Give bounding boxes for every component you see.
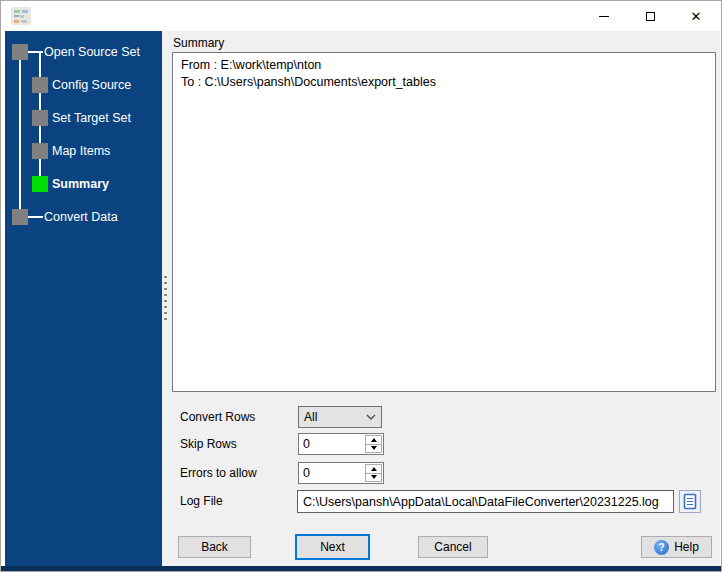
arrow-up-icon	[371, 467, 377, 471]
wizard-window: ✕ Open Source Set Config Source Set Targ…	[0, 0, 722, 572]
step-square	[32, 110, 48, 126]
arrow-down-icon	[371, 475, 377, 479]
sidebar-splitter[interactable]	[162, 31, 169, 567]
close-button[interactable]: ✕	[673, 1, 719, 31]
step-label: Convert Data	[44, 210, 118, 224]
summary-from-line: From : E:\work\temp\nton	[181, 57, 707, 74]
window-controls: ✕	[581, 1, 719, 31]
spin-down-button[interactable]	[365, 445, 382, 454]
back-button-label: Back	[201, 540, 228, 554]
log-file-input[interactable]	[297, 490, 674, 513]
convert-rows-label: Convert Rows	[180, 410, 255, 424]
maximize-icon	[646, 12, 655, 21]
spin-down-button[interactable]	[365, 474, 382, 483]
skip-rows-spin-buttons	[365, 435, 382, 453]
spin-up-button[interactable]	[365, 435, 382, 445]
title-bar: ✕	[1, 1, 721, 31]
step-label: Summary	[52, 177, 109, 191]
convert-rows-select[interactable]: All	[298, 406, 382, 428]
minimize-icon	[599, 16, 609, 17]
summary-panel: Summary From : E:\work\temp\nton To : C:…	[169, 31, 720, 567]
help-button-label: Help	[674, 540, 699, 554]
step-square	[32, 143, 48, 159]
skip-rows-spinner	[298, 433, 384, 455]
errors-to-allow-input[interactable]	[299, 463, 363, 483]
summary-textbox[interactable]: From : E:\work\temp\nton To : C:\Users\p…	[172, 52, 716, 392]
skip-rows-label: Skip Rows	[180, 437, 237, 451]
step-square	[12, 44, 28, 60]
skip-rows-input[interactable]	[299, 434, 363, 454]
errors-to-allow-label: Errors to allow	[180, 466, 257, 480]
back-button[interactable]: Back	[178, 536, 251, 558]
tree-line-main	[19, 52, 21, 217]
window-bottom-border	[1, 566, 721, 571]
log-file-label: Log File	[180, 494, 223, 508]
arrow-up-icon	[371, 438, 377, 442]
errors-to-allow-spinner	[298, 462, 384, 484]
help-icon: ?	[654, 540, 669, 555]
help-button[interactable]: ? Help	[641, 536, 712, 558]
panel-title: Summary	[173, 36, 224, 50]
summary-to-line: To : C:\Users\pansh\Documents\export_tab…	[181, 74, 707, 91]
step-label: Set Target Set	[52, 111, 131, 125]
arrow-down-icon	[371, 446, 377, 450]
splitter-grip-icon	[164, 276, 167, 324]
close-icon: ✕	[691, 10, 702, 23]
log-file-browse-button[interactable]	[679, 490, 701, 513]
app-grid-icon[interactable]	[11, 7, 31, 25]
document-icon	[683, 493, 697, 510]
minimize-button[interactable]	[581, 1, 627, 31]
cancel-button[interactable]: Cancel	[418, 536, 488, 558]
maximize-button[interactable]	[627, 1, 673, 31]
step-square	[32, 77, 48, 93]
wizard-steps-sidebar: Open Source Set Config Source Set Target…	[5, 31, 162, 567]
active-step-square	[32, 176, 48, 192]
step-square	[12, 209, 28, 225]
convert-rows-value: All	[304, 410, 366, 424]
step-label: Config Source	[52, 78, 131, 92]
step-label: Open Source Set	[44, 45, 140, 59]
chevron-down-icon	[366, 414, 376, 420]
cancel-button-label: Cancel	[434, 540, 471, 554]
next-button[interactable]: Next	[295, 534, 370, 560]
errors-spin-buttons	[365, 464, 382, 482]
step-label: Map Items	[52, 144, 110, 158]
spin-up-button[interactable]	[365, 464, 382, 474]
next-button-label: Next	[320, 540, 345, 554]
